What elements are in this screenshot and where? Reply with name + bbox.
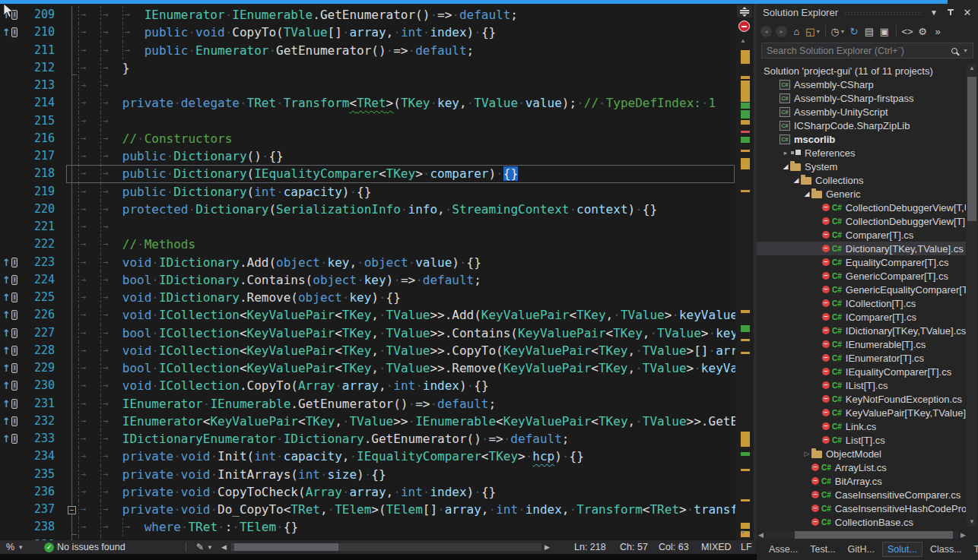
hscroll-right-icon[interactable]: ▶ xyxy=(545,540,550,554)
editor-hscrollbar-thumb[interactable] xyxy=(234,543,338,551)
outlining-margin[interactable] xyxy=(65,6,78,24)
line-number[interactable]: 222 xyxy=(23,236,65,253)
code-line[interactable]: ↑I227→→bool·ICollection<KeyValuePair<TKe… xyxy=(0,324,735,342)
line-number[interactable]: 221 xyxy=(23,218,65,236)
forward-icon[interactable]: ▸ xyxy=(775,24,788,38)
tree-item-collectiondebuggerview-t-u-cs[interactable]: –C#CollectionDebuggerView[T,U].cs xyxy=(757,201,966,214)
code-line[interactable]: 222→→//·Methods xyxy=(0,236,735,253)
outlining-margin[interactable] xyxy=(65,130,78,147)
tree-item-equalitycomparer-t-cs[interactable]: –C#EqualityComparer[T].cs xyxy=(757,255,966,269)
line-number[interactable]: 211 xyxy=(23,42,65,59)
outlining-margin[interactable] xyxy=(65,42,78,59)
line-number[interactable]: 217 xyxy=(23,147,65,165)
line-number[interactable]: 212 xyxy=(23,59,65,77)
close-icon[interactable]: ✕ xyxy=(961,7,973,19)
code-text[interactable]: private·delegate·TRet·Transform<TRet>(TK… xyxy=(122,94,716,112)
tool-tab-tea[interactable]: Tea... xyxy=(970,543,978,556)
tree-item-idictionary-tkey-tvalue-cs[interactable]: –C#IDictionary[TKey,TValue].cs xyxy=(757,324,966,337)
tree-item-link-cs[interactable]: –C#Link.cs xyxy=(757,419,966,433)
tree-item-genericcomparer-t-cs[interactable]: –C#GenericComparer[T].cs xyxy=(757,269,966,283)
tree-item-caseinsensitivecomparer-cs[interactable]: –C#CaseInsensitiveComparer.cs xyxy=(757,488,966,501)
outlining-margin[interactable] xyxy=(65,324,78,342)
outlining-margin[interactable] xyxy=(65,165,78,182)
format-brush-control[interactable]: ✎ ▼ xyxy=(196,540,213,554)
zoom-control[interactable]: % ▼ xyxy=(6,540,24,554)
code-line[interactable]: ↑I233→→IDictionaryEnumerator·IDictionary… xyxy=(0,430,735,448)
tree-vertical-scrollbar[interactable]: ▲ ▼ xyxy=(967,63,977,527)
outlining-margin[interactable] xyxy=(65,77,78,94)
code-text[interactable]: private·void·Do_CopyTo<TRet,·TElem>(TEle… xyxy=(122,501,735,518)
home-icon[interactable]: ⌂ xyxy=(790,24,803,38)
tool-tab-class[interactable]: Class... xyxy=(926,543,967,556)
code-line[interactable]: ↑I210→→→public·void·CopyTo(TValue[]·arra… xyxy=(0,24,735,41)
overflow-icon[interactable]: » xyxy=(932,24,945,38)
brush-icon[interactable]: ✎ xyxy=(196,542,204,552)
line-number[interactable]: 227 xyxy=(23,324,65,342)
scroll-down-arrow-icon[interactable]: ▼ xyxy=(740,529,746,536)
line-number[interactable]: 226 xyxy=(23,306,65,324)
outlining-margin[interactable] xyxy=(65,218,78,236)
implements-interface-icon[interactable]: ↑I xyxy=(0,289,23,306)
tree-item-keyvaluepair-tkey-tvalue-cs[interactable]: –C#KeyValuePair[TKey,TValue].cs xyxy=(757,406,966,419)
code-line[interactable]: ↑I209→→→IEnumerator·IEnumerable.GetEnume… xyxy=(0,6,735,24)
outlining-margin[interactable] xyxy=(65,59,78,77)
line-number[interactable]: 216 xyxy=(23,130,65,147)
line-number[interactable]: 210 xyxy=(23,24,65,41)
view-code-icon[interactable]: <> xyxy=(901,24,914,38)
tree-item-icomparer-t-cs[interactable]: –C#IComparer[T].cs xyxy=(757,310,966,324)
code-text[interactable]: public·void·CopyTo(TValue[]·array,·int·i… xyxy=(144,24,496,41)
outlining-margin[interactable] xyxy=(65,518,78,536)
collapse-all-icon[interactable]: ▤ xyxy=(863,24,876,38)
code-text[interactable]: public·Dictionary(IEqualityComparer<TKey… xyxy=(122,165,518,182)
outlining-margin[interactable] xyxy=(65,24,78,41)
implements-interface-icon[interactable]: ↑I xyxy=(0,324,23,342)
line-number[interactable]: 230 xyxy=(23,377,65,394)
code-line[interactable]: 216→→//·Constructors xyxy=(0,130,735,147)
outlining-margin[interactable] xyxy=(65,413,78,430)
code-line[interactable]: ↑I224→→bool·IDictionary.Contains(object·… xyxy=(0,271,735,289)
tree-item-genericequalitycomparer-t-cs[interactable]: –C#GenericEqualityComparer[T].cs xyxy=(757,283,966,296)
code-text[interactable]: where·TRet·:·TElem·{} xyxy=(144,518,298,536)
tree-item-mscorlib[interactable]: C#mscorlib xyxy=(757,132,966,146)
implements-interface-icon[interactable]: ↑I xyxy=(0,306,23,324)
outlining-margin[interactable]: − xyxy=(65,501,78,518)
tree-item-icsharpcode-sharpziplib[interactable]: C#ICSharpCode.SharpZipLib xyxy=(757,119,966,132)
tree-item-assembly-unityscript[interactable]: C#Assembly-UnityScript xyxy=(757,105,966,119)
tree-item-collections[interactable]: ◢Collections xyxy=(757,173,966,187)
collapsed-arrow-icon[interactable]: ▷ xyxy=(802,450,811,457)
outlining-margin[interactable] xyxy=(65,183,78,201)
outlining-margin[interactable] xyxy=(65,466,78,483)
show-all-files-icon[interactable]: ▣ xyxy=(878,24,891,38)
tree-item-collectiondebuggerview-t-cs[interactable]: –C#CollectionDebuggerView[T].cs xyxy=(757,214,966,228)
collapsed-arrow-icon[interactable]: ▸ xyxy=(781,149,790,157)
tree-scrollbar-thumb[interactable] xyxy=(967,77,976,221)
expanded-arrow-icon[interactable]: ◢ xyxy=(781,163,790,170)
line-number[interactable]: 235 xyxy=(23,466,65,483)
line-number[interactable]: 209 xyxy=(23,6,65,24)
code-line[interactable]: 234→→private·void·Init(int·capacity,·IEq… xyxy=(0,448,735,465)
tree-item-assembly-csharp-firstpass[interactable]: C#Assembly-CSharp-firstpass xyxy=(757,91,966,105)
tool-tab-asse[interactable]: Asse... xyxy=(764,543,802,556)
code-text[interactable]: private·void·CopyToCheck(Array·array,·in… xyxy=(122,483,496,501)
outlining-margin[interactable] xyxy=(65,483,78,501)
line-number[interactable]: 231 xyxy=(23,395,65,413)
tree-item-references[interactable]: ▸References xyxy=(757,146,966,160)
code-line[interactable]: 215→→ xyxy=(0,112,735,130)
tree-horizontal-scrollbar[interactable]: ◀ ▶ xyxy=(758,530,966,539)
search-input[interactable]: Search Solution Explorer (Ctrl+¨) xyxy=(767,46,947,56)
line-number[interactable]: 236 xyxy=(23,483,65,501)
outlining-margin[interactable] xyxy=(65,271,78,289)
tree-scroll-right-icon[interactable]: ▶ xyxy=(961,531,966,539)
outlining-margin[interactable] xyxy=(65,201,78,218)
code-text[interactable]: bool·IDictionary.Contains(object·key)·=>… xyxy=(122,271,481,289)
editor-hscrollbar[interactable] xyxy=(231,543,541,551)
outlining-margin[interactable] xyxy=(65,359,78,377)
code-line[interactable]: ↑I231→→IEnumerator·IEnumerable.GetEnumer… xyxy=(0,395,735,413)
code-line[interactable]: 238→→→where·TRet·:·TElem·{} xyxy=(0,518,735,536)
tree-item-ilist-t-cs[interactable]: –C#IList[T].cs xyxy=(757,378,966,392)
code-editor[interactable]: ↑I209→→→IEnumerator·IEnumerable.GetEnume… xyxy=(0,4,735,540)
line-number[interactable]: 215 xyxy=(23,112,65,130)
outlining-margin[interactable] xyxy=(65,254,78,271)
code-text[interactable]: private·void·Init(int·capacity,·IEqualit… xyxy=(122,448,584,465)
implements-interface-icon[interactable]: ↑I xyxy=(0,24,23,41)
